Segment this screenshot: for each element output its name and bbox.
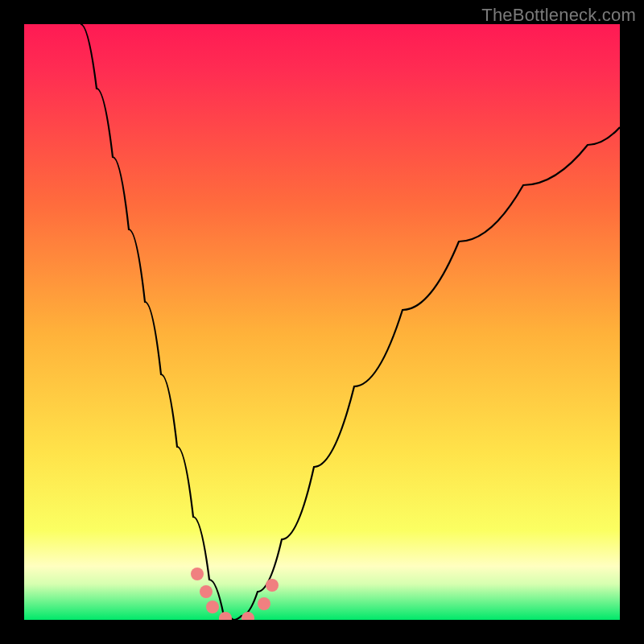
watermark-text: TheBottleneck.com bbox=[481, 5, 636, 26]
marker-point bbox=[191, 568, 204, 580]
marker-point bbox=[258, 597, 270, 610]
marker-point bbox=[266, 579, 279, 592]
marker-point bbox=[200, 585, 213, 598]
marker-point bbox=[206, 601, 219, 613]
plot-area bbox=[24, 24, 620, 620]
chart-svg bbox=[24, 24, 620, 620]
chart-frame: TheBottleneck.com bbox=[0, 0, 644, 644]
gradient-background bbox=[24, 24, 620, 620]
